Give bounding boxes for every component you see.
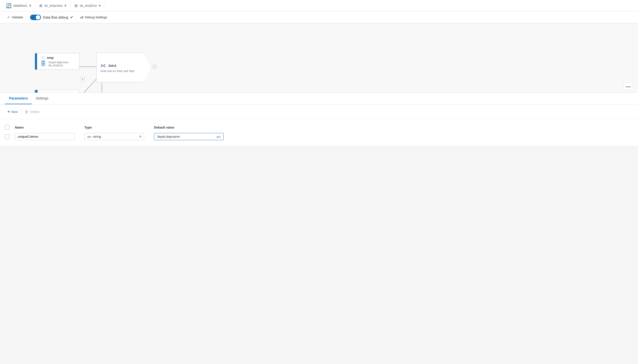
debug-toggle[interactable] bbox=[30, 15, 41, 20]
new-label: New bbox=[11, 110, 18, 114]
join-node-header: ⋈ Join1 bbox=[101, 62, 134, 68]
type-badge: abc bbox=[87, 135, 92, 138]
header-checkbox[interactable] bbox=[5, 125, 10, 130]
type-value: string bbox=[93, 135, 101, 138]
panel-actions: + New 🗑 Delete bbox=[0, 104, 638, 119]
header-name: Name bbox=[15, 126, 84, 129]
debug-settings-button[interactable]: ⇄ Debug Settings bbox=[78, 14, 109, 20]
tab-ds-emp-json[interactable]: ⊞ ds_empJson bbox=[35, 0, 71, 12]
toolbar: ✓ Validate Data flow debug ✔ ⇄ Debug Set… bbox=[0, 12, 638, 23]
canvas: 📄 emp 🗄 Import data from ds_empCsv + 📄 d… bbox=[0, 23, 638, 93]
new-button[interactable]: + New bbox=[5, 108, 20, 116]
join-node-subtitle: Inner join on 'emp' and 'dep' bbox=[101, 70, 134, 72]
debug-check-icon: ✔ bbox=[70, 15, 73, 20]
plus-icon: + bbox=[8, 110, 10, 114]
bottom-panel: Parameters Settings + New 🗑 Delete Name … bbox=[0, 93, 638, 146]
header-type: Type bbox=[84, 126, 154, 129]
debug-toggle-container: Data flow debug ✔ bbox=[30, 15, 73, 20]
tab-label-ds-emp-csv: ds_empCsv bbox=[80, 4, 97, 8]
dataflow-icon: 🔄 bbox=[6, 3, 12, 8]
tab-label-ds-emp-json: ds_empJson bbox=[45, 4, 63, 8]
tab-dot-dataflow1 bbox=[29, 5, 31, 6]
table-row: abc string ⧉ 'depid,depname' abc bbox=[5, 132, 633, 142]
zoom-control: — bbox=[623, 83, 633, 90]
debug-settings-label: Debug Settings bbox=[85, 16, 107, 19]
emp-node-bar bbox=[35, 53, 37, 70]
emp-node-inner: 📄 emp bbox=[41, 56, 76, 60]
connector-svg bbox=[0, 23, 638, 92]
join-add-button[interactable]: + bbox=[152, 64, 157, 69]
emp-node-title: emp bbox=[47, 56, 54, 60]
default-value-field[interactable]: 'depid,depname' abc bbox=[154, 133, 224, 140]
validate-button[interactable]: ✓ Validate bbox=[5, 14, 25, 20]
row-name-col bbox=[15, 133, 84, 140]
row-checkbox[interactable] bbox=[5, 134, 10, 139]
debug-settings-icon: ⇄ bbox=[80, 15, 84, 20]
emp-db-icon: 🗄 bbox=[41, 60, 46, 67]
debug-label: Data flow debug bbox=[43, 16, 68, 19]
dep-node-content: 📄 dep 🗄 bbox=[38, 90, 57, 93]
tab-settings-label: Settings bbox=[36, 96, 49, 100]
emp-node-subtitle: Import data from ds_empCsv bbox=[49, 61, 76, 67]
tab-dot-ds-emp-csv bbox=[99, 5, 101, 6]
table-icon-1: ⊞ bbox=[39, 4, 43, 8]
join-node-title: Join1 bbox=[108, 64, 117, 68]
emp-file-icon: 📄 bbox=[41, 56, 45, 60]
dep-node-title: dep bbox=[48, 92, 53, 93]
dep-node[interactable]: 📄 dep 🗄 bbox=[35, 90, 80, 93]
tab-dataflow1[interactable]: 🔄 dataflow1 bbox=[2, 0, 35, 12]
join-node[interactable]: ⋈ Join1 Inner join on 'emp' and 'dep' bbox=[96, 52, 151, 82]
tab-dot-ds-emp-json bbox=[65, 5, 66, 6]
tab-settings[interactable]: Settings bbox=[32, 93, 52, 104]
type-dropdown-icon: ⧉ bbox=[139, 135, 141, 138]
default-value: 'depid,depname' bbox=[157, 135, 180, 138]
tab-parameters-label: Parameters bbox=[9, 96, 28, 100]
params-table: Name Type Default value abc string ⧉ ' bbox=[0, 119, 638, 146]
emp-node-content: 📄 emp 🗄 Import data from ds_empCsv bbox=[37, 53, 79, 70]
join-node-content: ⋈ Join1 Inner join on 'emp' and 'dep' bbox=[97, 59, 144, 76]
row-type-col: abc string ⧉ bbox=[84, 133, 154, 140]
tab-parameters[interactable]: Parameters bbox=[5, 93, 32, 104]
header-default: Default value bbox=[154, 126, 229, 129]
trash-icon: 🗑 bbox=[25, 110, 29, 114]
dep-node-bar bbox=[35, 90, 38, 93]
emp-node[interactable]: 📄 emp 🗄 Import data from ds_empCsv bbox=[35, 53, 80, 70]
table-icon-2: ⊞ bbox=[75, 4, 78, 8]
tab-label-dataflow1: dataflow1 bbox=[14, 4, 27, 8]
panel-tabs: Parameters Settings bbox=[0, 93, 638, 104]
delete-button[interactable]: 🗑 Delete bbox=[22, 108, 42, 116]
join-icon: ⋈ bbox=[101, 62, 106, 68]
dep-node-inner: 📄 dep bbox=[41, 92, 53, 93]
tab-ds-emp-csv[interactable]: ⊞ ds_empCsv bbox=[71, 0, 105, 12]
zoom-out-button[interactable]: — bbox=[626, 84, 631, 89]
emp-node-body: 🗄 Import data from ds_empCsv bbox=[41, 60, 76, 67]
row-default-col: 'depid,depname' abc bbox=[154, 133, 229, 140]
tab-bar: 🔄 dataflow1 ⊞ ds_empJson ⊞ ds_empCsv bbox=[0, 0, 638, 12]
emp-add-button[interactable]: + bbox=[80, 77, 85, 82]
action-divider bbox=[21, 109, 21, 115]
checkmark-icon: ✓ bbox=[7, 15, 10, 20]
name-input[interactable] bbox=[15, 133, 75, 140]
dep-file-icon: 📄 bbox=[41, 92, 45, 93]
table-header: Name Type Default value bbox=[5, 123, 633, 132]
type-field[interactable]: abc string ⧉ bbox=[84, 133, 144, 140]
row-checkbox-col bbox=[5, 134, 15, 139]
validate-label: Validate bbox=[12, 16, 23, 19]
header-checkbox-col bbox=[5, 125, 15, 130]
delete-label: Delete bbox=[30, 110, 40, 114]
default-abc-badge: abc bbox=[217, 135, 221, 138]
